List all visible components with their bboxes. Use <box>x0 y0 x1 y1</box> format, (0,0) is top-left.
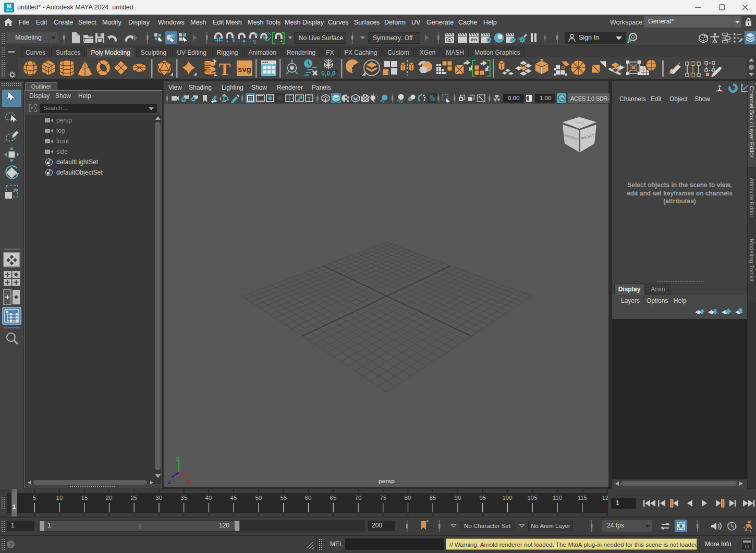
svg-text:90: 90 <box>455 495 461 501</box>
svg-text:5: 5 <box>33 495 36 501</box>
svg-text:y: y <box>176 457 180 461</box>
svg-text:MAYA: MAYA <box>6 9 12 12</box>
svg-text:80: 80 <box>405 495 411 501</box>
svg-text:30: 30 <box>156 495 163 501</box>
svg-text:0,0,0: 0,0,0 <box>321 70 336 77</box>
svg-text:ON: ON <box>559 97 565 101</box>
svg-text:70: 70 <box>355 495 362 501</box>
svg-text:115: 115 <box>578 495 587 501</box>
svg-text:60: 60 <box>305 495 312 501</box>
svg-text:105: 105 <box>527 495 537 501</box>
svg-text:100: 100 <box>502 495 512 501</box>
svg-text:svg: svg <box>238 65 251 73</box>
svg-text:95: 95 <box>480 495 486 501</box>
svg-text:M: M <box>7 4 11 9</box>
svg-text:110: 110 <box>553 495 562 501</box>
svg-text:T: T <box>307 95 311 102</box>
svg-text:40: 40 <box>205 495 212 501</box>
svg-text:120: 120 <box>602 495 612 501</box>
svg-text:25: 25 <box>131 495 138 501</box>
svg-text:45: 45 <box>230 495 237 501</box>
svg-text:IPR: IPR <box>471 38 477 42</box>
svg-text:55: 55 <box>281 495 287 501</box>
svg-text:TOP: TOP <box>575 121 585 125</box>
svg-text:50: 50 <box>255 495 262 501</box>
svg-text:75: 75 <box>380 495 387 501</box>
svg-text:65: 65 <box>330 495 337 501</box>
svg-text:{;}: {;} <box>745 544 749 548</box>
svg-text:T: T <box>219 59 231 78</box>
svg-text:15: 15 <box>81 495 88 501</box>
svg-text:10: 10 <box>56 495 63 501</box>
svg-text:35: 35 <box>181 495 188 501</box>
svg-text:1: 1 <box>13 503 16 510</box>
svg-text:?: ? <box>9 542 13 548</box>
svg-text:85: 85 <box>430 495 436 501</box>
svg-text:20: 20 <box>106 495 113 501</box>
